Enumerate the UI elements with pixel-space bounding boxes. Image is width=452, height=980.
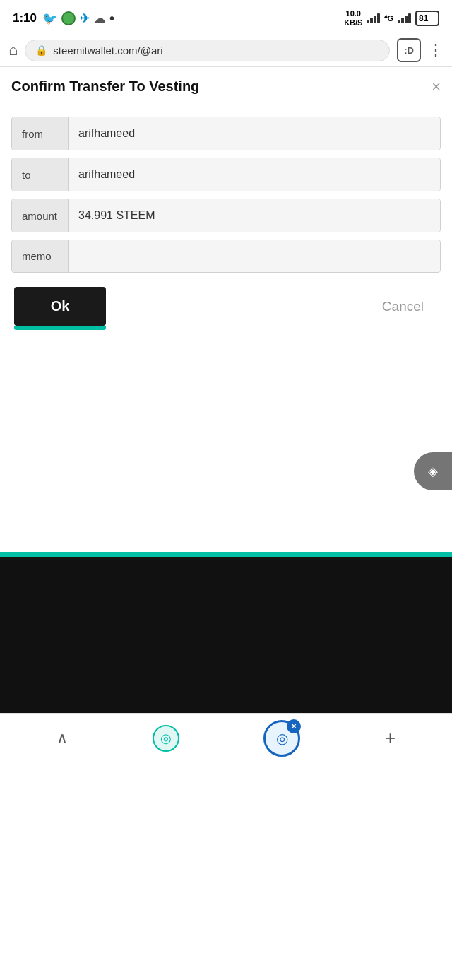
- floating-action-button[interactable]: ◈: [414, 452, 452, 490]
- bottom-section: [0, 552, 452, 713]
- status-icons: 🐦 ✈ ☁ •: [42, 11, 114, 27]
- browser-small-icon: ◎: [160, 731, 172, 746]
- status-time: 1:10: [13, 11, 37, 25]
- to-value: arifhameed: [69, 158, 440, 191]
- amount-row: amount 34.991 STEEM: [11, 199, 441, 232]
- teal-bar: [0, 552, 452, 557]
- dialog-title: Confirm Transfer To Vesting: [11, 78, 199, 95]
- ok-button[interactable]: Ok: [14, 287, 106, 326]
- browser-main-icon: ◎: [276, 730, 288, 747]
- whatsapp-icon: [61, 11, 76, 25]
- to-label: to: [12, 158, 69, 191]
- empty-space: [0, 340, 452, 552]
- close-button[interactable]: ×: [432, 79, 441, 95]
- browser-menu[interactable]: ⋮: [428, 41, 444, 59]
- from-label: from: [12, 117, 69, 150]
- browser-bar: ⌂ 🔒 steemitwallet.com/@ari :D ⋮: [0, 34, 452, 67]
- memo-value[interactable]: [69, 240, 440, 272]
- divider: [11, 105, 441, 105]
- home-button[interactable]: ⌂: [8, 41, 18, 59]
- amount-label: amount: [12, 199, 69, 232]
- cloud-icon: ☁: [94, 12, 105, 25]
- url-text: steemitwallet.com/@ari: [53, 45, 379, 57]
- status-left: 1:10 🐦 ✈ ☁ •: [13, 11, 114, 27]
- dialog-container: Confirm Transfer To Vesting × from arifh…: [0, 67, 452, 340]
- cancel-button[interactable]: Cancel: [368, 288, 438, 326]
- twitter-icon: 🐦: [42, 11, 57, 26]
- close-badge[interactable]: ×: [287, 719, 301, 733]
- lte-signal-bars: [398, 13, 411, 23]
- status-right: 10.0 KB/S ⁴G 81: [344, 9, 439, 28]
- add-tab-button[interactable]: +: [385, 727, 396, 749]
- signal-bars: [367, 13, 380, 23]
- bottom-navigation: ∧ ◎ × ◎ +: [0, 713, 452, 762]
- network-type: ⁴G: [384, 14, 393, 23]
- from-row: from arifhameed: [11, 117, 441, 150]
- amount-value: 34.991 STEEM: [69, 199, 440, 232]
- button-row: Ok Cancel: [11, 287, 441, 326]
- tab-switcher[interactable]: :D: [397, 38, 421, 62]
- battery-indicator: 81: [415, 11, 439, 26]
- telegram-icon: ✈: [80, 11, 90, 26]
- from-value: arifhameed: [69, 117, 440, 150]
- network-speed: 10.0 KB/S: [344, 9, 362, 28]
- memo-row: memo: [11, 240, 441, 273]
- notification-dot: •: [109, 11, 114, 27]
- steem-icon: ◈: [428, 464, 438, 479]
- back-button[interactable]: ∧: [56, 729, 68, 748]
- browser-icon-main[interactable]: × ◎: [263, 720, 300, 757]
- lock-icon: 🔒: [35, 45, 47, 56]
- black-area: [0, 557, 452, 713]
- browser-icon-small[interactable]: ◎: [153, 725, 179, 752]
- status-bar: 1:10 🐦 ✈ ☁ • 10.0 KB/S: [0, 0, 452, 34]
- memo-label: memo: [12, 240, 69, 272]
- dialog-header: Confirm Transfer To Vesting ×: [11, 78, 441, 95]
- url-bar[interactable]: 🔒 steemitwallet.com/@ari: [25, 40, 390, 61]
- to-row: to arifhameed: [11, 158, 441, 191]
